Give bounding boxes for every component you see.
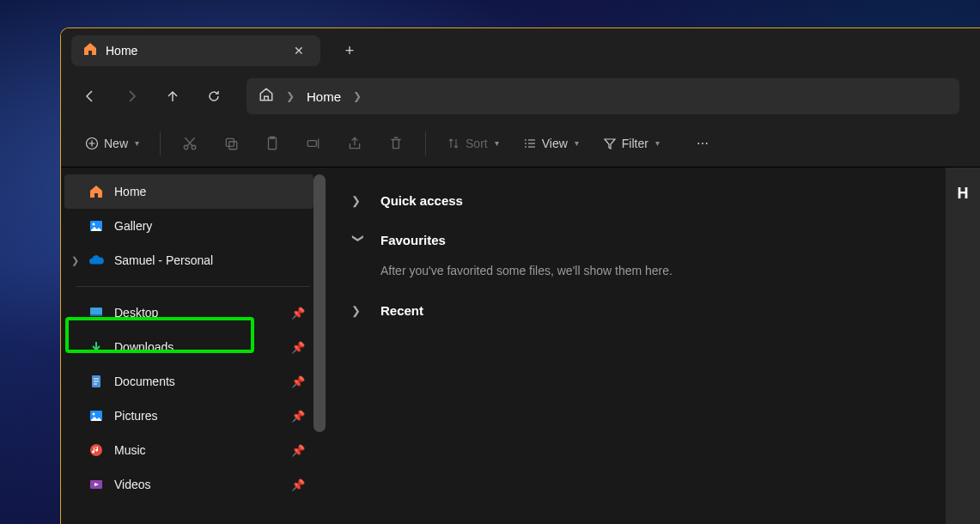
sidebar-item-pictures[interactable]: Pictures 📌 [64,399,313,433]
breadcrumb-label: Home [307,89,341,104]
downloads-icon [88,339,104,355]
pin-icon: 📌 [291,341,305,354]
sidebar-item-desktop[interactable]: Desktop 📌 [64,296,313,330]
close-tab-button[interactable]: ✕ [286,38,312,64]
svg-rect-5 [269,137,277,149]
view-button-label: View [542,137,568,150]
chevron-right-icon: ❯ [351,304,365,317]
gallery-icon [88,218,104,234]
svg-rect-4 [229,141,237,149]
section-title: Quick access [380,193,463,208]
svg-rect-11 [90,314,102,316]
share-button[interactable] [338,128,372,159]
titlebar: Home ✕ + [61,28,980,73]
chevron-down-icon: ▾ [495,138,499,148]
filter-button[interactable]: Filter ▾ [594,128,668,159]
music-icon [88,442,104,458]
delete-button[interactable] [379,128,413,159]
sidebar-item-gallery[interactable]: Gallery [64,209,313,243]
videos-icon [88,477,104,492]
chevron-down-icon: ▾ [575,138,579,148]
svg-point-9 [93,223,95,226]
sidebar-divider [76,286,310,287]
pin-icon: 📌 [291,410,305,423]
tab-home[interactable]: Home ✕ [71,35,320,66]
copy-button[interactable] [214,128,248,159]
sidebar-item-label: Videos [114,478,151,491]
filter-button-label: Filter [622,137,648,150]
sidebar-item-label: Desktop [114,306,158,320]
more-button[interactable]: ⋯ [685,128,720,159]
svg-point-14 [93,413,95,416]
chevron-right-icon: ❯ [286,90,295,102]
navigation-bar: ❯ Home ❯ [61,73,980,119]
sidebar-item-onedrive[interactable]: ❯ Samuel - Personal [64,243,313,277]
sidebar-item-label: Downloads [114,340,173,354]
sidebar-item-label: Documents [114,375,175,388]
cut-button[interactable] [173,128,207,159]
sidebar: Home Gallery ❯ Samuel - Personal Desktop… [61,168,326,524]
sidebar-item-label: Gallery [114,219,152,233]
sidebar-item-home[interactable]: Home [64,174,313,209]
rename-button[interactable] [296,128,331,159]
main-panel: ❯ Quick access ❯ Favourites After you've… [326,168,980,524]
chevron-right-icon[interactable]: ❯ [71,255,79,266]
toolbar: New ▾ Sort ▾ View ▾ Filter ▾ ⋯ [61,119,980,168]
file-explorer-window: Home ✕ + ❯ Home ❯ New ▾ [60,27,980,524]
sidebar-scrollbar[interactable] [313,174,326,432]
separator [425,131,426,155]
sort-button[interactable]: Sort ▾ [438,128,508,159]
section-title: Recent [380,303,423,318]
sidebar-item-label: Music [114,443,146,457]
up-button[interactable] [155,79,190,113]
sidebar-item-label: Home [114,185,146,198]
chevron-down-icon: ▾ [135,138,139,148]
chevron-down-icon: ❯ [352,233,365,247]
tab-label: Home [106,44,277,58]
documents-icon [88,374,104,389]
separator [160,131,161,155]
svg-point-2 [192,145,196,149]
onedrive-icon [88,253,104,268]
new-button-label: New [104,137,128,150]
forward-button[interactable] [114,79,149,113]
sidebar-item-label: Samuel - Personal [114,253,213,267]
details-panel-hint: H [958,185,969,203]
pin-icon: 📌 [291,307,305,320]
back-button[interactable] [73,79,107,113]
home-icon [88,184,104,199]
details-panel[interactable]: H [946,168,980,524]
sidebar-item-documents[interactable]: Documents 📌 [64,364,313,399]
paste-button[interactable] [255,128,289,159]
chevron-right-icon: ❯ [351,194,365,207]
desktop-icon [88,305,104,320]
sidebar-item-label: Pictures [114,409,158,423]
section-favourites[interactable]: ❯ Favourites [351,224,954,255]
sidebar-item-downloads[interactable]: Downloads 📌 [64,330,313,364]
chevron-down-icon: ▾ [655,138,660,148]
sort-button-label: Sort [466,137,488,150]
home-icon [83,42,97,59]
section-title: Favourites [380,233,446,247]
pin-icon: 📌 [291,478,305,491]
svg-rect-3 [226,138,234,146]
content-area: Home Gallery ❯ Samuel - Personal Desktop… [61,168,980,524]
svg-point-1 [184,145,188,149]
address-bar[interactable]: ❯ Home ❯ [247,78,959,114]
chevron-right-icon[interactable]: ❯ [353,90,362,102]
view-button[interactable]: View ▾ [514,128,587,159]
section-recent[interactable]: ❯ Recent [351,295,954,326]
pin-icon: 📌 [291,375,305,388]
sidebar-item-music[interactable]: Music 📌 [64,433,313,467]
new-button[interactable]: New ▾ [76,128,148,159]
svg-rect-7 [307,140,316,146]
sidebar-item-videos[interactable]: Videos 📌 [64,467,313,502]
pin-icon: 📌 [291,444,305,457]
new-tab-button[interactable]: + [334,35,365,66]
refresh-button[interactable] [197,79,231,113]
favourites-empty-message: After you've favorited some files, we'll… [380,264,954,277]
section-quick-access[interactable]: ❯ Quick access [351,185,954,216]
breadcrumb-home-icon [259,87,274,106]
pictures-icon [88,408,104,423]
